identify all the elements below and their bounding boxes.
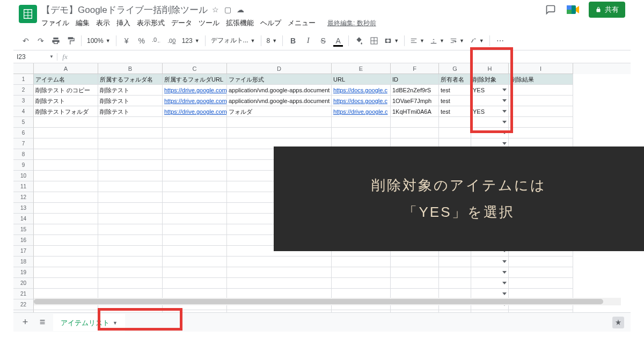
cell[interactable]: [34, 171, 98, 181]
all-sheets-icon[interactable]: ≡: [36, 316, 49, 329]
row-header[interactable]: 16: [13, 235, 34, 246]
sheets-logo[interactable]: [19, 5, 37, 23]
h-align-icon[interactable]: ▼: [408, 37, 427, 45]
cell[interactable]: [98, 278, 163, 289]
cell[interactable]: [227, 267, 332, 278]
italic-icon[interactable]: I: [301, 34, 315, 48]
cell[interactable]: [98, 257, 163, 267]
cell[interactable]: [163, 171, 227, 181]
row-header[interactable]: 20: [13, 278, 34, 289]
formula-input[interactable]: [72, 50, 631, 63]
cell[interactable]: [391, 257, 439, 267]
zoom-select[interactable]: 100%▼: [85, 37, 113, 45]
cell[interactable]: [227, 117, 332, 128]
row-header[interactable]: 7: [13, 138, 34, 149]
cell[interactable]: 削除テストフォルダ: [34, 106, 98, 117]
row-header[interactable]: 15: [13, 224, 34, 235]
cell[interactable]: [439, 128, 471, 138]
cell[interactable]: test: [439, 96, 471, 106]
menu-edit[interactable]: 編集: [76, 18, 90, 28]
cell[interactable]: [98, 181, 163, 192]
cell[interactable]: https://drive.google.com/d: [163, 96, 227, 106]
row-header[interactable]: 10: [13, 171, 34, 181]
col-header[interactable]: H: [471, 63, 509, 74]
cell[interactable]: 削除結果: [509, 74, 573, 85]
cell[interactable]: 所属するフォルダ名: [98, 74, 163, 85]
last-edit-link[interactable]: 最終編集: 数秒前: [327, 19, 376, 28]
cell[interactable]: フォルダ: [227, 106, 332, 117]
row-header[interactable]: 12: [13, 192, 34, 203]
cell[interactable]: [98, 224, 163, 235]
menu-file[interactable]: ファイル: [41, 18, 69, 28]
dropdown-arrow-icon[interactable]: [502, 89, 507, 91]
cell[interactable]: ファイル形式: [227, 74, 332, 85]
row-header[interactable]: 18: [13, 257, 34, 267]
menu-data[interactable]: データ: [171, 18, 192, 28]
bold-icon[interactable]: B: [286, 34, 300, 48]
cell[interactable]: [471, 128, 509, 138]
comments-icon[interactable]: [544, 3, 558, 17]
cell[interactable]: 1dBE2nZef9rS: [391, 85, 439, 96]
cell[interactable]: test: [439, 85, 471, 96]
cell[interactable]: [332, 278, 391, 289]
cell[interactable]: [98, 149, 163, 160]
col-header[interactable]: G: [439, 63, 471, 74]
cell[interactable]: 削除テスト: [98, 96, 163, 106]
cell[interactable]: application/vnd.google-apps.document: [227, 96, 332, 106]
cell[interactable]: [163, 181, 227, 192]
cell[interactable]: [34, 149, 98, 160]
cell[interactable]: [163, 267, 227, 278]
col-header[interactable]: A: [34, 63, 98, 74]
explore-icon[interactable]: [612, 317, 624, 328]
cell[interactable]: [163, 235, 227, 246]
cell[interactable]: 所有者名: [439, 74, 471, 85]
cell[interactable]: [34, 246, 98, 257]
dropdown-arrow-icon[interactable]: [502, 282, 507, 284]
cell[interactable]: YES: [471, 85, 509, 96]
cell[interactable]: https://drive.google.c: [332, 106, 391, 117]
currency-icon[interactable]: ¥: [120, 34, 134, 48]
select-all-corner[interactable]: [13, 63, 34, 74]
add-sheet-icon[interactable]: +: [19, 316, 32, 329]
dropdown-arrow-icon[interactable]: [502, 292, 507, 295]
cell[interactable]: [509, 257, 573, 267]
cell[interactable]: [34, 257, 98, 267]
cell[interactable]: [509, 278, 573, 289]
cell[interactable]: [332, 128, 391, 138]
cell[interactable]: [98, 128, 163, 138]
cell[interactable]: [163, 128, 227, 138]
cell[interactable]: [98, 117, 163, 128]
dropdown-arrow-icon[interactable]: [502, 142, 507, 145]
cell[interactable]: 削除テスト のコピー: [34, 85, 98, 96]
cell[interactable]: [163, 257, 227, 267]
cell[interactable]: https://docs.google.c: [332, 96, 391, 106]
fill-color-icon[interactable]: [352, 34, 366, 48]
cell[interactable]: [163, 214, 227, 224]
cell[interactable]: [34, 267, 98, 278]
cell[interactable]: [98, 192, 163, 203]
cell[interactable]: [34, 138, 98, 149]
cloud-icon[interactable]: ☁: [237, 5, 244, 14]
dropdown-arrow-icon[interactable]: [502, 110, 507, 113]
percent-icon[interactable]: %: [135, 34, 149, 48]
cell[interactable]: [509, 117, 573, 128]
cell[interactable]: [34, 117, 98, 128]
wrap-icon[interactable]: ▼: [448, 37, 466, 45]
cell[interactable]: [471, 278, 509, 289]
decrease-decimal-icon[interactable]: .0←: [150, 34, 164, 48]
cell[interactable]: [509, 85, 573, 96]
row-header[interactable]: 8: [13, 149, 34, 160]
paint-format-icon[interactable]: [64, 34, 78, 48]
cell[interactable]: [509, 106, 573, 117]
cell[interactable]: YES: [471, 106, 509, 117]
menu-format[interactable]: 表示形式: [137, 18, 165, 28]
col-header[interactable]: I: [509, 63, 573, 74]
cell[interactable]: 所属するフォルダURL: [163, 74, 227, 85]
cell[interactable]: [439, 278, 471, 289]
increase-decimal-icon[interactable]: .00: [165, 34, 179, 48]
row-header[interactable]: 5: [13, 117, 34, 128]
v-align-icon[interactable]: ▼: [428, 37, 447, 45]
cell[interactable]: [98, 214, 163, 224]
cell[interactable]: [163, 246, 227, 257]
row-header[interactable]: 1: [13, 74, 34, 85]
